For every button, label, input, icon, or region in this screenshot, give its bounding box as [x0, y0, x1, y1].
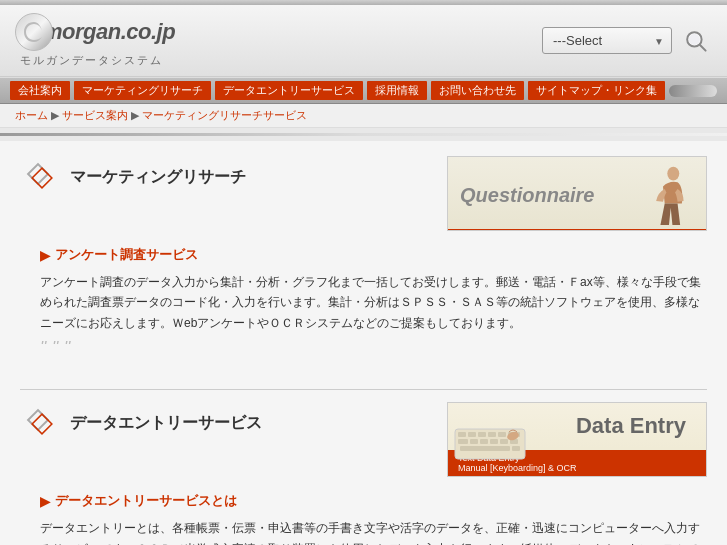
banner-dataentry: Data Entry — [447, 402, 707, 477]
main-content: マーケティングリサーチ Questionnaire Marketi — [0, 141, 727, 545]
svg-text:": " — [64, 341, 72, 356]
divider — [0, 133, 727, 136]
section-title-block-q: マーケティングリサーチ — [20, 156, 246, 198]
logo-container: morgan.co.jp モルガンデータシステム — [15, 13, 175, 68]
section-header-dataentry: データエントリーサービス Data Entry — [20, 402, 707, 477]
sub-section-de: ▶ データエントリーサービスとは データエントリーとは、各種帳票・伝票・申込書等… — [20, 492, 707, 545]
svg-rect-10 — [32, 414, 52, 434]
svg-rect-21 — [490, 439, 498, 444]
sub-title-q: ▶ アンケート調査サービス — [40, 246, 707, 264]
sub-title-text-q: アンケート調査サービス — [55, 246, 198, 264]
svg-rect-3 — [28, 164, 48, 184]
svg-text:": " — [52, 341, 60, 356]
nav-item-recruit[interactable]: 採用情報 — [367, 81, 427, 100]
svg-rect-18 — [458, 439, 468, 444]
section-dataentry: データエントリーサービス Data Entry — [20, 402, 707, 545]
nav-bar: 会社案内 マーケティングリサーチ データエントリーサービス 採用情報 お問い合わ… — [0, 77, 727, 104]
section-questionnaire: マーケティングリサーチ Questionnaire Marketi — [20, 156, 707, 359]
sub-title-arrow-q: ▶ — [40, 248, 50, 263]
deco-quote-svg: " " " — [40, 341, 80, 356]
sub-title-de: ▶ データエントリーサービスとは — [40, 492, 707, 510]
select-dropdown[interactable]: ---Select — [542, 27, 672, 54]
banner-de-sub2: Manual [Keyboarding] & OCR — [458, 463, 696, 473]
logo-subtitle: モルガンデータシステム — [20, 53, 163, 68]
banner-title-text-q: Questionnaire — [460, 184, 594, 207]
keyboard-svg — [453, 424, 533, 464]
banner-figure-svg — [644, 165, 694, 225]
nav-item-marketing[interactable]: マーケティングリサーチ — [74, 81, 211, 100]
svg-rect-9 — [28, 410, 48, 430]
svg-rect-25 — [512, 446, 520, 451]
logo-main: morgan.co.jp — [15, 13, 175, 51]
section-title-block-de: データエントリーサービス — [20, 402, 262, 444]
svg-rect-15 — [488, 432, 496, 437]
section-title-de: データエントリーサービス — [70, 413, 262, 434]
sub-title-arrow-de: ▶ — [40, 494, 50, 509]
svg-rect-16 — [498, 432, 506, 437]
select-wrapper[interactable]: ---Select ▼ — [542, 27, 672, 54]
search-magnifier-icon — [684, 29, 708, 53]
breadcrumb-section[interactable]: サービス案内 — [62, 108, 128, 123]
nav-item-about[interactable]: 会社案内 — [10, 81, 70, 100]
breadcrumb: ホーム ▶ サービス案内 ▶ マーケティングリサーチサービス — [0, 104, 727, 128]
sub-title-text-de: データエントリーサービスとは — [55, 492, 237, 510]
header: morgan.co.jp モルガンデータシステム ---Select ▼ — [0, 5, 727, 77]
svg-text:": " — [40, 341, 48, 356]
banner-de-title: Data Entry — [566, 408, 696, 439]
banner-questionnaire: Questionnaire Marketing Research — [447, 156, 707, 231]
svg-rect-4 — [32, 168, 52, 188]
breadcrumb-home[interactable]: ホーム — [15, 108, 48, 123]
nav-item-contact[interactable]: お問い合わせ先 — [431, 81, 524, 100]
body-text-de: データエントリーとは、各種帳票・伝票・申込書等の手書き文字や活字のデータを、正確… — [40, 518, 707, 545]
breadcrumb-sep2: ▶ — [131, 109, 139, 122]
svg-point-2 — [689, 33, 700, 44]
svg-point-5 — [667, 167, 679, 181]
logo-circle-svg — [22, 20, 46, 44]
search-button[interactable] — [680, 25, 712, 57]
svg-rect-24 — [460, 446, 510, 451]
header-right: ---Select ▼ — [542, 25, 712, 57]
nav-item-dataentry[interactable]: データエントリーサービス — [215, 81, 363, 100]
svg-rect-22 — [500, 439, 508, 444]
sub-section-q: ▶ アンケート調査サービス アンケート調査のデータ入力から集計・分析・グラフ化ま… — [20, 246, 707, 333]
diamond-icon-q — [20, 156, 62, 198]
breadcrumb-current[interactable]: マーケティングリサーチサービス — [142, 108, 307, 123]
svg-rect-20 — [480, 439, 488, 444]
diamond-icon-de — [20, 402, 62, 444]
nav-item-sitemap[interactable]: サイトマップ・リンク集 — [528, 81, 665, 100]
section-divider — [20, 389, 707, 390]
section-header-questionnaire: マーケティングリサーチ Questionnaire Marketi — [20, 156, 707, 231]
banner-title-area-q: Questionnaire — [448, 157, 706, 229]
banner-red-stripe-q: Marketing Research — [448, 229, 706, 231]
svg-rect-19 — [470, 439, 478, 444]
logo-text: morgan.co.jp — [43, 19, 175, 45]
logo-circle — [15, 13, 53, 51]
deco-quote: " " " — [20, 341, 707, 359]
breadcrumb-sep1: ▶ — [51, 109, 59, 122]
svg-rect-13 — [468, 432, 476, 437]
section-title-q: マーケティングリサーチ — [70, 167, 246, 188]
svg-rect-12 — [458, 432, 466, 437]
nav-slider — [669, 85, 717, 97]
svg-line-1 — [700, 45, 706, 51]
body-text-q: アンケート調査のデータ入力から集計・分析・グラフ化まで一括してお受けします。郵送… — [40, 272, 707, 333]
svg-rect-14 — [478, 432, 486, 437]
